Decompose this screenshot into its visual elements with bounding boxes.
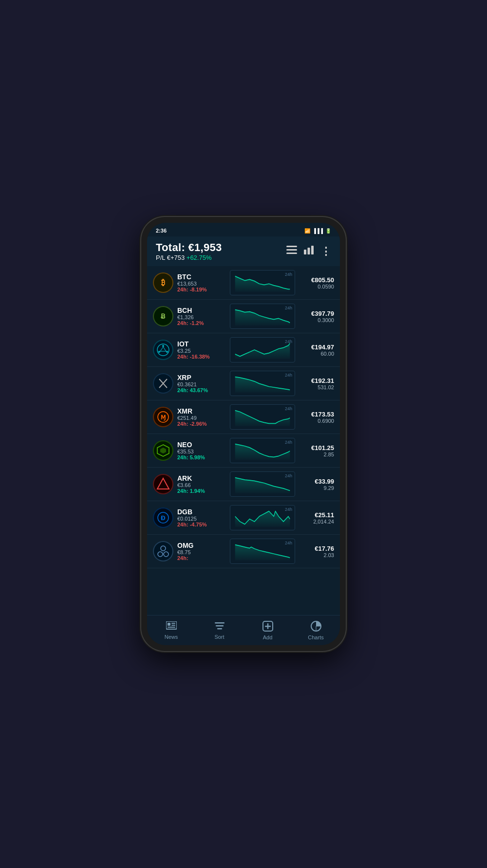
crypto-item[interactable]: NEO €35.53 24h: 5.98% 24h €101.25 2.85 xyxy=(147,434,340,468)
svg-point-30 xyxy=(161,546,166,551)
phone-frame: 2:36 📶 ▐▐▐ 🔋 Total: €1,953 P/L €+753 +62… xyxy=(141,217,346,651)
crypto-item[interactable]: Ƀ BCH €1,326 24h: -1.2% 24h €397.79 xyxy=(147,300,340,333)
svg-text:₿: ₿ xyxy=(161,278,165,287)
svg-text:Ɱ: Ɱ xyxy=(161,414,166,421)
chart-label: 24h xyxy=(285,440,292,445)
coin-change: 24h: -8.19% xyxy=(177,287,226,292)
pl-amount: P/L €+753 xyxy=(156,254,185,261)
coin-price: €3.66 xyxy=(177,482,226,488)
coin-price: €35.53 xyxy=(177,449,226,454)
coin-value-neo: €101.25 2.85 xyxy=(299,444,334,457)
more-options-icon[interactable]: ⋮ xyxy=(320,245,331,258)
total-value: Total: €1,953 xyxy=(156,241,222,254)
coin-icon-neo xyxy=(153,440,173,461)
coin-symbol: OMG xyxy=(177,542,226,549)
coin-info-dgb: DGB €0.0125 24h: -4.75% xyxy=(177,508,226,527)
coin-icon-btc: ₿ xyxy=(153,272,173,293)
svg-marker-29 xyxy=(235,511,290,527)
coin-value-btc: €805.50 0.0590 xyxy=(299,276,334,289)
svg-point-31 xyxy=(158,552,163,557)
bar-chart-icon[interactable] xyxy=(304,246,314,257)
pl-row: P/L €+753 +62.75% xyxy=(156,254,222,261)
signal-icon: ▐▐▐ xyxy=(313,228,323,234)
coin-info-btc: BTC €13,653 24h: -8.19% xyxy=(177,273,226,292)
svg-rect-37 xyxy=(171,625,175,626)
coin-chart-btc: 24h xyxy=(230,270,295,295)
coin-change: 24h: 1.94% xyxy=(177,488,226,494)
coin-symbol: NEO xyxy=(177,441,226,449)
coin-amount: 0.0590 xyxy=(299,284,334,289)
coin-icon-dgb: Ð xyxy=(153,507,173,528)
svg-point-12 xyxy=(158,351,160,353)
nav-news[interactable]: News xyxy=(147,618,195,643)
svg-marker-26 xyxy=(235,478,290,493)
coin-chart-iot: 24h xyxy=(230,337,295,362)
status-bar: 2:36 📶 ▐▐▐ 🔋 xyxy=(147,223,340,236)
svg-rect-40 xyxy=(216,625,224,627)
nav-add[interactable]: Add xyxy=(244,618,292,643)
coin-amount: 0.6900 xyxy=(299,418,334,424)
svg-rect-5 xyxy=(311,246,314,254)
coin-price: €3.25 xyxy=(177,348,226,354)
coin-icon-iot xyxy=(153,340,173,360)
coin-amount: 9.29 xyxy=(299,485,334,491)
coin-amount: 2,014.24 xyxy=(299,519,334,524)
crypto-item[interactable]: Ɱ XMR €251.49 24h: -2.96% 24h €173.53 xyxy=(147,400,340,434)
battery-icon: 🔋 xyxy=(325,228,331,234)
coin-icon-ark xyxy=(153,474,173,494)
coin-value-xrp: €192.31 531.02 xyxy=(299,377,334,390)
svg-rect-38 xyxy=(168,627,175,628)
coin-symbol: XMR xyxy=(177,407,226,415)
coin-amount: 2.85 xyxy=(299,452,334,457)
coin-chart-omg: 24h xyxy=(230,539,295,564)
coin-chart-ark: 24h xyxy=(230,471,295,497)
coin-icon-xmr: Ɱ xyxy=(153,407,173,427)
coin-chart-xmr: 24h xyxy=(230,404,295,430)
svg-line-15 xyxy=(163,347,166,351)
coin-price: €13,653 xyxy=(177,281,226,287)
coin-change: 24h: -4.75% xyxy=(177,522,226,527)
coin-eur-value: €192.31 xyxy=(299,377,334,384)
crypto-item[interactable]: IOT €3.25 24h: -16.38% 24h €194.97 60.00 xyxy=(147,333,340,367)
svg-marker-17 xyxy=(235,344,290,359)
coin-value-iot: €194.97 60.00 xyxy=(299,344,334,357)
coin-symbol: ARK xyxy=(177,474,226,482)
svg-point-11 xyxy=(162,345,164,347)
svg-rect-4 xyxy=(308,248,310,254)
coin-eur-value: €17.76 xyxy=(299,545,334,552)
charts-icon xyxy=(311,621,321,633)
svg-point-32 xyxy=(164,552,169,557)
svg-line-14 xyxy=(160,347,163,351)
nav-charts[interactable]: Charts xyxy=(292,618,340,643)
nav-sort[interactable]: Sort xyxy=(195,618,244,643)
header-info: Total: €1,953 P/L €+753 +62.75% xyxy=(156,241,222,261)
coin-value-omg: €17.76 2.03 xyxy=(299,545,334,558)
coin-info-xrp: XRP €0.3621 24h: 43.67% xyxy=(177,374,226,393)
crypto-item[interactable]: Ð DGB €0.0125 24h: -4.75% 24h €25.11 xyxy=(147,501,340,535)
chart-label: 24h xyxy=(285,306,292,310)
coin-symbol: IOT xyxy=(177,340,226,348)
crypto-item[interactable]: OMG €8.75 24h: 24h €17.76 2.03 xyxy=(147,535,340,568)
news-icon xyxy=(166,621,177,633)
coin-icon-xrp xyxy=(153,373,173,394)
add-icon xyxy=(262,621,273,633)
coin-info-iot: IOT €3.25 24h: -16.38% xyxy=(177,340,226,360)
crypto-item[interactable]: ARK €3.66 24h: 1.94% 24h €33.99 9.29 xyxy=(147,468,340,501)
crypto-item[interactable]: ₿ BTC €13,653 24h: -8.19% 24h €805.50 xyxy=(147,266,340,300)
coin-price: €251.49 xyxy=(177,415,226,421)
coin-eur-value: €101.25 xyxy=(299,444,334,452)
svg-marker-24 xyxy=(235,444,290,460)
coin-value-xmr: €173.53 0.6900 xyxy=(299,411,334,424)
crypto-item[interactable]: XRP €0.3621 24h: 43.67% 24h €192.31 531.… xyxy=(147,367,340,400)
coin-eur-value: €33.99 xyxy=(299,478,334,485)
svg-rect-3 xyxy=(304,250,306,254)
status-time: 2:36 xyxy=(156,228,167,234)
svg-rect-1 xyxy=(286,249,297,251)
coin-chart-neo: 24h xyxy=(230,438,295,463)
coin-icon-bch: Ƀ xyxy=(153,306,173,326)
svg-marker-23 xyxy=(160,448,166,453)
phone-screen: 2:36 📶 ▐▐▐ 🔋 Total: €1,953 P/L €+753 +62… xyxy=(147,223,340,645)
svg-rect-44 xyxy=(267,623,268,629)
svg-point-13 xyxy=(166,351,168,353)
list-view-icon[interactable] xyxy=(286,246,297,257)
